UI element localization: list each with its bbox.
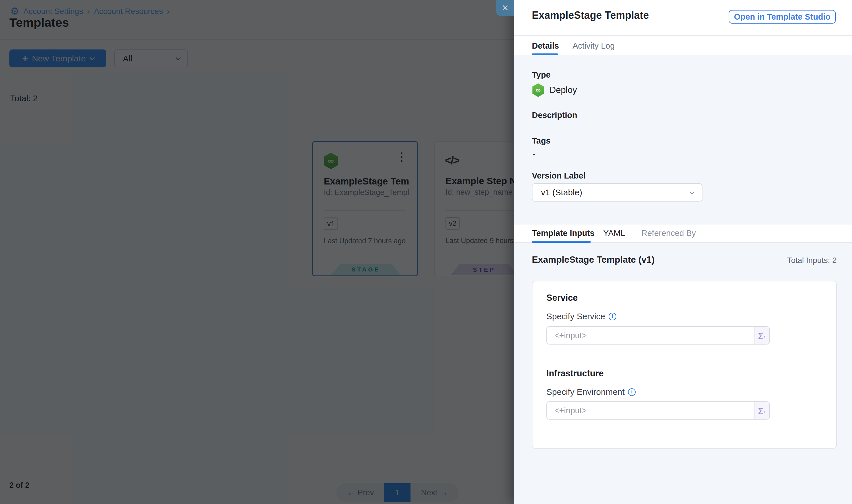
tab-activity-log[interactable]: Activity Log [573, 41, 615, 51]
service-input[interactable] [547, 327, 755, 344]
sigma-sub: x [764, 333, 766, 341]
tab-details[interactable]: Details [532, 41, 559, 51]
type-value-row: ∞ Deploy [532, 83, 577, 97]
environment-input-wrap: Σx [546, 401, 770, 419]
details-tab-content: Type ∞ Deploy Description Tags - Version… [514, 55, 852, 226]
subtab-template-inputs[interactable]: Template Inputs [532, 229, 595, 238]
subtab-referenced-by[interactable]: Referenced By [641, 229, 696, 238]
sigma-glyph: Σ [758, 407, 763, 416]
sigma-glyph: Σ [758, 332, 763, 341]
template-inputs-content: ExampleStage Template (v1) Total Inputs:… [514, 243, 852, 504]
deploy-hexagon-icon: ∞ [532, 83, 544, 97]
drawer-title: ExampleStage Template [532, 10, 649, 21]
service-section-title: Service [546, 293, 578, 303]
inputs-heading: ExampleStage Template (v1) [532, 254, 655, 265]
infinity-icon: ∞ [536, 86, 540, 94]
drawer-subtabs: Template Inputs YAML Referenced By [514, 224, 852, 243]
version-label: Version Label [532, 171, 586, 180]
tags-value: - [532, 149, 535, 159]
specify-service-label: Specify Service i [546, 311, 616, 321]
info-icon[interactable]: i [628, 388, 636, 396]
specify-service-text: Specify Service [546, 311, 605, 321]
subtab-yaml[interactable]: YAML [603, 229, 625, 238]
environment-input[interactable] [547, 402, 755, 419]
version-select-value: v1 (Stable) [541, 187, 582, 197]
close-icon: × [502, 1, 508, 14]
info-icon[interactable]: i [609, 313, 616, 320]
description-label: Description [532, 111, 577, 120]
expression-sigma-icon[interactable]: Σx [755, 327, 769, 344]
infrastructure-section-title: Infrastructure [546, 368, 604, 379]
service-input-wrap: Σx [546, 326, 770, 344]
expression-sigma-icon[interactable]: Σx [755, 402, 769, 419]
specify-environment-label: Specify Environment i [546, 387, 636, 397]
drawer-divider [514, 35, 852, 36]
templates-page: ⚙ Account Settings › Account Resources ›… [0, 0, 852, 504]
close-drawer-button[interactable]: × [496, 0, 514, 16]
inputs-total: Total Inputs: 2 [787, 256, 837, 265]
open-in-template-studio-button[interactable]: Open in Template Studio [729, 10, 836, 23]
template-details-drawer: × ExampleStage Template Open in Template… [514, 0, 852, 504]
type-value: Deploy [549, 85, 577, 95]
sigma-sub: x [764, 408, 766, 416]
type-label: Type [532, 70, 551, 79]
modal-overlay[interactable] [0, 0, 514, 504]
version-select[interactable]: v1 (Stable) [532, 183, 703, 201]
specify-environment-text: Specify Environment [546, 387, 624, 397]
chevron-down-icon [689, 189, 694, 195]
inputs-card: Service Specify Service i Σx Infrastruct… [532, 281, 837, 449]
tags-label: Tags [532, 136, 551, 146]
